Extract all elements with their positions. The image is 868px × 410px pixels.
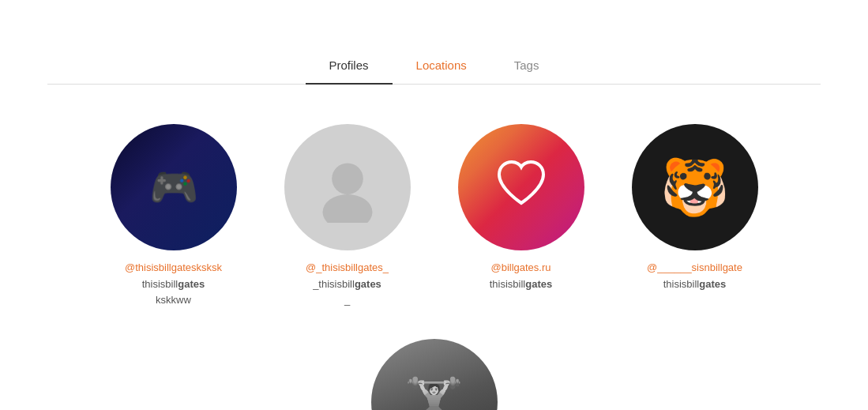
- tabs-bar: Profiles Locations Tags: [47, 47, 821, 85]
- profiles-grid: @thisisbillgatesksksk thisisbillgates ks…: [47, 108, 821, 410]
- svg-point-0: [332, 163, 363, 194]
- tab-locations[interactable]: Locations: [393, 47, 490, 85]
- profile-handle: thisisbillgates kskkww: [142, 276, 205, 307]
- profile-handle: thisisbillgates: [663, 276, 726, 292]
- avatar: [458, 124, 584, 250]
- profile-username: @billgates.ru: [490, 261, 550, 273]
- profile-card[interactable]: @thisisbillgatesksksk thisisbillgates ks…: [111, 124, 237, 307]
- profile-card[interactable]: @axxdhil.00 thisisbillgates: [371, 339, 498, 410]
- tab-profiles[interactable]: Profiles: [306, 47, 393, 85]
- profile-username: @thisisbillgatesksksk: [125, 261, 222, 273]
- profile-handle: thisisbillgates: [490, 276, 552, 292]
- avatar: [111, 124, 237, 250]
- profile-username: @_thisisbillgates_: [306, 261, 389, 273]
- tab-tags[interactable]: Tags: [490, 47, 563, 85]
- profile-username: @______sisnbillgate: [647, 261, 742, 273]
- profile-card[interactable]: @_thisisbillgates_ _thisisbillgates _: [284, 124, 411, 307]
- svg-point-1: [322, 194, 372, 223]
- avatar: [284, 124, 411, 250]
- profile-card[interactable]: @billgates.ru thisisbillgates: [458, 124, 584, 307]
- profile-card[interactable]: @______sisnbillgate thisisbillgates: [632, 124, 758, 307]
- avatar: [632, 124, 758, 250]
- profile-handle: _thisisbillgates _: [313, 276, 381, 307]
- avatar: [371, 339, 498, 410]
- page-container: Profiles Locations Tags @thisisbillgates…: [0, 47, 868, 410]
